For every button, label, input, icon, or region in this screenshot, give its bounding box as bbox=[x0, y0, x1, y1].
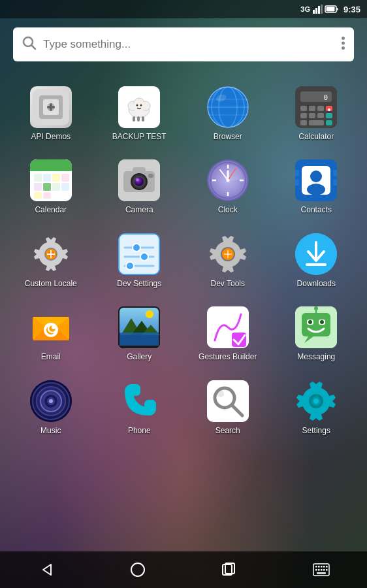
back-button[interactable] bbox=[31, 555, 60, 584]
app-item-search[interactable]: Search bbox=[184, 371, 272, 444]
app-icon-downloads bbox=[295, 233, 337, 275]
search-icon bbox=[22, 36, 37, 54]
svg-rect-53 bbox=[326, 120, 332, 125]
app-label-dev-settings: Dev Settings bbox=[117, 279, 161, 288]
svg-rect-163 bbox=[315, 566, 317, 568]
svg-rect-64 bbox=[34, 183, 42, 191]
svg-rect-60 bbox=[34, 174, 42, 182]
svg-rect-63 bbox=[61, 174, 69, 182]
app-grid: API Demos BACKUP TEST bbox=[0, 71, 367, 444]
app-label-messaging: Messaging bbox=[297, 352, 335, 361]
svg-line-8 bbox=[32, 45, 36, 49]
search-input[interactable] bbox=[43, 38, 335, 51]
status-bar: 3G 9:35 bbox=[0, 0, 367, 18]
app-icon-dev-settings bbox=[118, 233, 160, 275]
svg-point-159 bbox=[131, 563, 144, 576]
app-item-settings[interactable]: Settings bbox=[272, 371, 361, 444]
svg-rect-131 bbox=[120, 333, 159, 347]
svg-point-97 bbox=[307, 184, 325, 195]
app-item-calendar[interactable]: Calendar bbox=[7, 150, 95, 223]
bottom-navigation bbox=[0, 551, 367, 588]
svg-point-11 bbox=[342, 46, 345, 50]
app-label-downloads: Downloads bbox=[297, 279, 336, 288]
app-item-calculator[interactable]: 0 Calculator bbox=[272, 77, 361, 150]
app-icon-backup-test bbox=[118, 86, 160, 128]
app-label-clock: Clock bbox=[218, 205, 238, 214]
app-item-dev-tools[interactable]: Dev Tools bbox=[184, 224, 272, 297]
app-label-custom-locale: Custom Locale bbox=[25, 279, 77, 288]
svg-point-10 bbox=[342, 41, 345, 44]
svg-rect-103 bbox=[118, 233, 160, 275]
svg-point-96 bbox=[310, 171, 322, 182]
app-item-dev-settings[interactable]: Dev Settings bbox=[95, 224, 184, 297]
app-item-backup-test[interactable]: BACKUP TEST bbox=[95, 77, 184, 150]
app-label-gestures-builder: Gestures Builder bbox=[199, 352, 257, 361]
svg-rect-52 bbox=[309, 120, 324, 125]
app-icon-gestures-builder bbox=[207, 306, 249, 348]
app-icon-clock bbox=[207, 159, 249, 201]
svg-point-130 bbox=[146, 310, 153, 318]
app-item-custom-locale[interactable]: Custom Locale bbox=[7, 224, 95, 297]
svg-rect-68 bbox=[34, 192, 42, 199]
app-item-contacts[interactable]: Contacts bbox=[272, 150, 361, 223]
app-label-dev-tools: Dev Tools bbox=[211, 279, 245, 288]
svg-point-140 bbox=[320, 320, 324, 324]
svg-rect-167 bbox=[326, 566, 328, 568]
keyboard-button[interactable] bbox=[307, 555, 336, 584]
app-label-music: Music bbox=[40, 426, 61, 435]
svg-rect-67 bbox=[61, 183, 69, 191]
app-label-api-demos: API Demos bbox=[31, 132, 71, 141]
app-label-search: Search bbox=[215, 426, 240, 435]
svg-rect-132 bbox=[118, 346, 160, 348]
svg-rect-169 bbox=[318, 569, 320, 571]
svg-rect-69 bbox=[43, 192, 51, 199]
app-item-clock[interactable]: Clock bbox=[184, 150, 272, 223]
svg-rect-0 bbox=[313, 10, 315, 14]
app-item-gestures-builder[interactable]: Gestures Builder bbox=[184, 297, 272, 370]
app-label-camera: Camera bbox=[125, 205, 153, 214]
svg-point-150 bbox=[49, 399, 53, 403]
app-icon-camera bbox=[118, 159, 160, 201]
app-item-browser[interactable]: Browser bbox=[184, 77, 272, 150]
svg-point-154 bbox=[217, 391, 224, 397]
svg-rect-171 bbox=[323, 569, 325, 571]
app-icon-settings bbox=[295, 380, 337, 422]
recents-button[interactable] bbox=[215, 555, 244, 584]
svg-text:0: 0 bbox=[324, 93, 328, 102]
app-icon-music bbox=[30, 380, 72, 422]
svg-rect-136 bbox=[302, 313, 330, 336]
svg-rect-165 bbox=[321, 566, 323, 568]
app-item-messaging[interactable]: Messaging bbox=[272, 297, 361, 370]
svg-rect-172 bbox=[326, 569, 328, 571]
svg-rect-43 bbox=[300, 106, 307, 111]
app-label-gallery: Gallery bbox=[127, 352, 152, 361]
app-label-backup-test: BACKUP TEST bbox=[112, 132, 167, 141]
app-item-gallery[interactable]: Gallery bbox=[95, 297, 184, 370]
svg-rect-2 bbox=[318, 6, 320, 14]
svg-rect-1 bbox=[315, 8, 317, 14]
home-button[interactable] bbox=[123, 555, 152, 584]
app-item-phone[interactable]: Phone bbox=[95, 371, 184, 444]
svg-rect-17 bbox=[50, 103, 52, 111]
app-item-music[interactable]: Music bbox=[7, 371, 95, 444]
app-item-camera[interactable]: Camera bbox=[95, 150, 184, 223]
svg-rect-91 bbox=[295, 170, 299, 176]
app-item-email[interactable]: Email bbox=[7, 297, 95, 370]
svg-point-77 bbox=[136, 178, 139, 182]
app-icon-gallery bbox=[118, 306, 160, 348]
svg-rect-78 bbox=[148, 174, 153, 178]
svg-rect-92 bbox=[295, 179, 299, 186]
app-item-downloads[interactable]: Downloads bbox=[272, 224, 361, 297]
search-bar[interactable] bbox=[13, 27, 354, 61]
svg-rect-66 bbox=[52, 183, 60, 191]
svg-point-107 bbox=[140, 253, 148, 261]
more-options-icon[interactable] bbox=[342, 37, 345, 53]
app-label-settings: Settings bbox=[302, 426, 330, 435]
svg-rect-48 bbox=[309, 113, 315, 118]
svg-point-24 bbox=[136, 105, 138, 106]
app-icon-api-demos bbox=[30, 86, 72, 128]
app-label-calendar: Calendar bbox=[35, 205, 67, 214]
app-item-api-demos[interactable]: API Demos bbox=[7, 77, 95, 150]
app-icon-calculator: 0 bbox=[295, 86, 337, 128]
svg-rect-6 bbox=[326, 7, 334, 12]
